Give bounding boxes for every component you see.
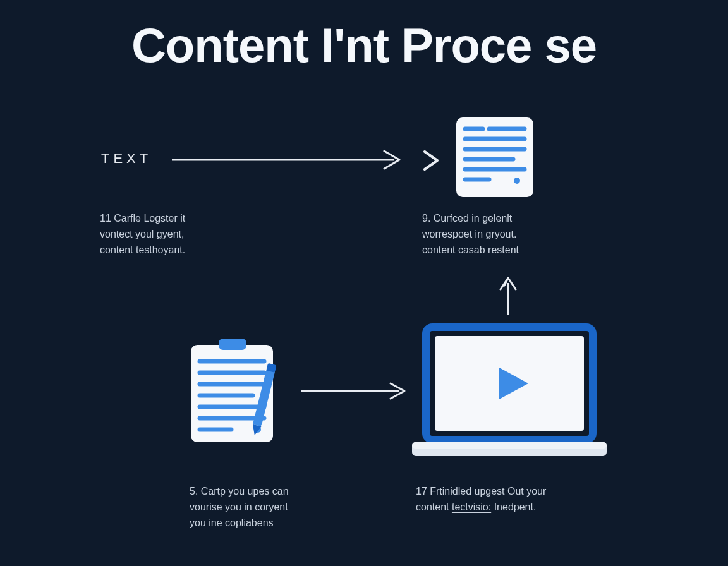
diagram-title: Content I'nt Proce se [131,18,597,73]
chevron-right-icon [420,148,445,173]
svg-point-9 [514,178,520,184]
arrow-right-icon [301,382,415,400]
svg-rect-13 [219,339,246,350]
step2-caption: 9. Curfced in gelenlt worrespoet in gryo… [422,211,519,258]
svg-rect-29 [412,442,607,449]
step4-caption: 17 Frtinidled upgest Out your content te… [416,484,546,515]
laptop-play-icon [410,321,609,465]
step3-caption: 5. Cartp you upes can vourise you in cor… [190,484,289,531]
step1-caption: 11 Carfle Logster it vontect youl gyent,… [100,211,185,258]
document-icon [451,114,538,201]
diagram-canvas: Content I'nt Proce se TEXT 11 Carfle Log… [0,0,728,566]
arrow-right-long-icon [172,149,412,171]
step-text-label: TEXT [101,150,152,167]
notepad-edit-icon [187,336,287,447]
arrow-up-icon [495,273,521,317]
